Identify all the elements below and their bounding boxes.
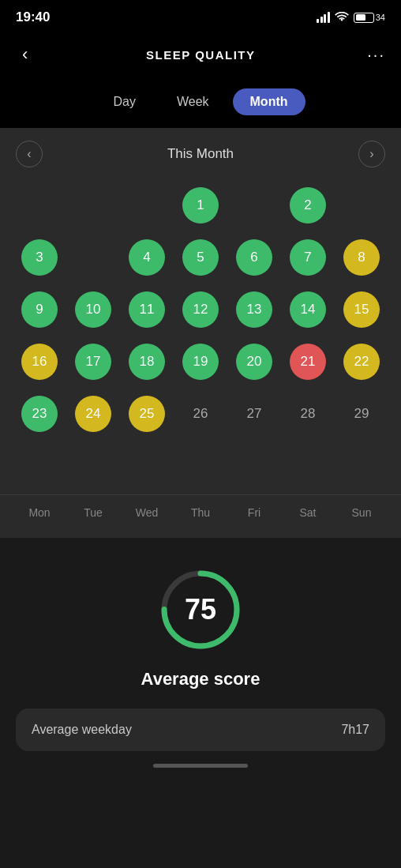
score-section: 75 Average score Average weekday 7h17 [0,538,401,790]
day-circle-green[interactable]: 2 [290,187,326,224]
calendar-day[interactable]: 14 [281,287,335,332]
calendar-day[interactable]: 18 [120,340,174,384]
more-button[interactable]: ··· [367,46,385,64]
day-circle-green[interactable]: 18 [129,344,165,380]
calendar-day[interactable]: 19 [174,340,227,384]
calendar-day [335,183,388,227]
calendar-day[interactable]: 7 [281,235,335,280]
weekday-label: Fri [227,506,281,519]
day-circle-green[interactable]: 20 [236,344,272,380]
calendar-day[interactable]: 2 [281,183,335,227]
day-circle-red[interactable]: 21 [290,344,326,380]
weekday-label: Wed [120,506,174,519]
day-circle-green[interactable]: 19 [182,344,219,380]
day-circle-yellow[interactable]: 24 [75,396,111,432]
calendar-day [120,444,174,488]
day-circle-green[interactable]: 14 [290,291,326,328]
page-title: SLEEP QUALITY [146,48,255,62]
calendar-day[interactable]: 11 [120,287,174,332]
calendar-day [13,183,66,227]
stats-label: Average weekday [32,723,132,737]
signal-icon [317,12,330,23]
day-circle-green[interactable]: 10 [75,291,111,328]
prev-month-button[interactable]: ‹ [16,141,43,167]
tab-week[interactable]: Week [159,88,227,115]
home-bar [153,764,248,768]
tabs-bar: Day Week Month [0,77,401,128]
status-bar: 19:40 34 [0,0,401,32]
calendar-day[interactable]: 13 [227,287,281,332]
day-plain: 28 [301,406,316,422]
stats-value: 7h17 [341,723,369,737]
calendar-day[interactable]: 28 [281,392,335,436]
calendar-day[interactable]: 29 [335,392,388,436]
calendar-day[interactable]: 9 [13,287,66,332]
calendar-day [66,235,120,280]
weekday-labels: MonTueWedThuFriSatSun [0,494,401,525]
calendar-day[interactable]: 5 [174,235,227,280]
header: ‹ SLEEP QUALITY ··· [0,32,401,77]
day-plain: 26 [193,406,208,422]
day-circle-yellow[interactable]: 8 [343,239,380,276]
day-circle-yellow[interactable]: 25 [129,396,165,432]
calendar-day[interactable]: 17 [66,340,120,384]
calendar-day[interactable]: 4 [120,235,174,280]
next-month-button[interactable]: › [358,141,385,167]
day-circle-green[interactable]: 1 [182,187,219,224]
calendar-day[interactable]: 1 [174,183,227,227]
day-circle-green[interactable]: 11 [129,291,165,328]
day-circle-green[interactable]: 7 [290,239,326,276]
day-circle-green[interactable]: 5 [182,239,219,276]
calendar-day[interactable]: 24 [66,392,120,436]
calendar-day[interactable]: 16 [13,340,66,384]
back-button[interactable]: ‹ [16,41,34,68]
calendar-day[interactable]: 6 [227,235,281,280]
day-circle-yellow[interactable]: 16 [21,344,58,380]
calendar-day[interactable]: 10 [66,287,120,332]
score-circle: 75 [157,566,244,653]
calendar-day [13,444,66,488]
day-circle-green[interactable]: 4 [129,239,165,276]
day-circle-green[interactable]: 3 [21,239,58,276]
status-icons: 34 [317,12,385,23]
calendar-day[interactable]: 20 [227,340,281,384]
calendar-section: ‹ This Month › 1234567891011121314151617… [0,128,401,538]
weekday-label: Sun [335,506,388,519]
wifi-icon [335,12,349,23]
tab-month[interactable]: Month [233,88,305,115]
tab-day[interactable]: Day [96,88,152,115]
calendar-day[interactable]: 23 [13,392,66,436]
day-circle-green[interactable]: 12 [182,291,219,328]
calendar-grid: 1234567891011121314151617181920212223242… [0,177,401,488]
calendar-day[interactable]: 8 [335,235,388,280]
battery-icon: 34 [354,13,385,23]
calendar-day [120,183,174,227]
day-circle-green[interactable]: 13 [236,291,272,328]
home-indicator [153,751,248,774]
month-nav: ‹ This Month › [0,128,401,177]
day-circle-green[interactable]: 6 [236,239,272,276]
calendar-day[interactable]: 26 [174,392,227,436]
score-value: 75 [157,566,244,653]
day-circle-green[interactable]: 17 [75,344,111,380]
status-time: 19:40 [16,9,50,25]
calendar-day[interactable]: 3 [13,235,66,280]
calendar-day[interactable]: 27 [227,392,281,436]
weekday-label: Mon [13,506,66,519]
weekday-label: Sat [281,506,335,519]
calendar-day [66,183,120,227]
day-circle-green[interactable]: 9 [21,291,58,328]
day-circle-yellow[interactable]: 22 [343,344,380,380]
calendar-day[interactable]: 15 [335,287,388,332]
calendar-day [66,444,120,488]
day-circle-green[interactable]: 23 [21,396,58,432]
calendar-day[interactable]: 12 [174,287,227,332]
month-label: This Month [167,146,234,162]
calendar-day[interactable]: 25 [120,392,174,436]
calendar-day [227,183,281,227]
day-circle-yellow[interactable]: 15 [343,291,380,328]
stats-card: Average weekday 7h17 [16,708,385,751]
calendar-day[interactable]: 22 [335,340,388,384]
calendar-day[interactable]: 21 [281,340,335,384]
day-plain: 29 [354,406,369,422]
